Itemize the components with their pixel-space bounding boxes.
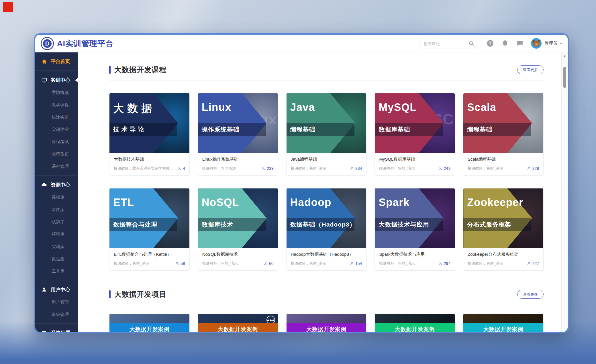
project-banner-label: 大数据开发案例 — [218, 326, 258, 332]
sidebar-item[interactable]: 实训中心 — [35, 73, 78, 86]
course-card[interactable]: ETL 数据整合与处理 ETL数据整合与处理（Kettle） 授课教师：售前_演… — [109, 188, 190, 271]
courses-view-more-button[interactable]: 查看更多 — [517, 65, 544, 74]
teacher-name: 售前_演示 — [309, 261, 326, 265]
teacher-name: 售前_演示 — [221, 261, 238, 265]
course-teacher: 授课教师：北京市对外贸易学校教... — [114, 166, 175, 171]
course-card-info: Java编程基础 授课教师：售前_演示 23 — [287, 153, 366, 175]
thumbnail-title: ETL — [113, 196, 134, 208]
sidebar-item[interactable] — [35, 280, 78, 280]
thumbnail-title: Scala — [467, 101, 496, 113]
course-meta: 授课教师：售前_演示 60 — [202, 261, 274, 266]
sidebar-item[interactable]: 视频库 — [35, 191, 78, 204]
count-number: 228 — [532, 166, 539, 171]
thumbnail-subtitle: 数据基础（Hadoop3） — [290, 221, 356, 229]
title-accent-bar — [109, 66, 111, 74]
person-icon — [438, 261, 442, 265]
sidebar-item[interactable]: 用户中心 — [35, 283, 78, 296]
sidebar-item[interactable] — [35, 70, 78, 71]
sidebar-item[interactable]: 班级管理 — [35, 308, 78, 321]
help-icon[interactable]: ? — [487, 40, 494, 47]
sidebar-item-label: 数据集 — [52, 256, 64, 262]
course-meta: 授课教师：售前_演示 234 — [291, 166, 362, 171]
thumbnail-title: MySQL — [379, 101, 416, 113]
thumbnail-title: Hadoop — [290, 196, 332, 208]
messages-icon[interactable] — [516, 40, 524, 47]
sidebar-item[interactable]: 资源中心 — [35, 178, 78, 191]
teacher-name: 北京市对外贸易学校教... — [132, 166, 173, 170]
course-name: NoSQL数据库技术 — [202, 252, 274, 257]
course-thumbnail: 大 数 据 技 术 导 论 — [109, 93, 189, 153]
search-icon[interactable] — [469, 41, 474, 46]
course-card[interactable]: Scala 编程基础 Scala编程基础 授课教师：售前_演示 — [463, 93, 544, 176]
course-name: ETL数据整合与处理（Kettle） — [114, 252, 185, 257]
course-card[interactable]: 大 数 据 技 术 导 论 大数据技术基础 授课教师：北京市对外贸易学校教... — [109, 93, 190, 176]
sidebar-item[interactable] — [35, 175, 78, 176]
course-card[interactable]: inux Linux 操作系统基础 Linux操作系统基础 — [198, 93, 278, 176]
svg-text:?: ? — [489, 41, 492, 46]
teacher-label: 授课教师： — [379, 166, 398, 170]
project-card[interactable]: 大数据开发案例 — [375, 314, 455, 332]
project-card[interactable]: 大数据开发案例 — [286, 314, 367, 332]
course-card[interactable]: Zookeeper 分布式服务框架 Zookeeper分布式服务框架 授课教师：… — [463, 188, 544, 271]
teacher-name: 售前_演示 — [486, 166, 503, 170]
sidebar-nav: 平台首页 — [35, 52, 78, 332]
teacher-label: 授课教师： — [291, 261, 309, 265]
vertical-scrollbar[interactable]: ▲ — [561, 52, 568, 332]
project-thumbnail: 大数据开发案例 — [109, 314, 189, 332]
section-divider — [109, 305, 544, 305]
sidebar-item[interactable]: 学情概览 — [35, 86, 78, 99]
sidebar-item[interactable]: 课件库 — [35, 204, 78, 216]
project-card-grid: 大数据开发案例 ●●● 大数据开发案例 — [109, 314, 544, 332]
projects-view-more-button[interactable]: 查看更多 — [517, 290, 544, 299]
notifications-bell-icon[interactable] — [501, 40, 509, 47]
enrollment-count: 294 — [438, 261, 450, 266]
course-card[interactable]: MySC MySQL 数据库基础 MySQL数据库基础 — [375, 93, 455, 176]
course-card[interactable]: Hadoop 数据基础（Hadoop3） Hadoop大数据基础（Hadoop3… — [286, 188, 367, 271]
count-number: 239 — [267, 166, 273, 171]
sidebar-item[interactable]: 课程考试 — [35, 136, 78, 148]
app-header: D AI实训管理平台 ? — [35, 35, 568, 52]
course-card[interactable]: Spark 大数据技术与应用 Spark大数据技术与应用 授课教师：售前_演示 — [375, 188, 455, 271]
sidebar-item[interactable]: 用户管理 — [35, 296, 78, 308]
project-card[interactable]: 大数据开发案例 — [109, 314, 190, 332]
thumbnail-subtitle-band: 数据基础（Hadoop3） — [287, 218, 354, 231]
sidebar-item[interactable]: 实训作业 — [35, 123, 78, 136]
user-menu[interactable]: 管理员 — [531, 38, 562, 49]
project-card[interactable]: 大数据开发案例 — [463, 314, 544, 332]
scrollbar-thumb[interactable] — [563, 67, 566, 88]
course-card-info: Hadoop大数据基础（Hadoop3） 授课教师：售前_演示 — [287, 248, 366, 270]
sidebar-item[interactable]: 系统设置 — [35, 326, 78, 332]
sidebar-item[interactable]: 工具库 — [35, 265, 78, 278]
course-card[interactable]: NoSQL 数据库技术 NoSQL数据库技术 授课教师：售前_演示 — [198, 188, 278, 271]
sidebar-item[interactable]: 数据集 — [35, 253, 78, 265]
course-meta: 授课教师：售前_演示 243 — [379, 166, 450, 171]
thumbnail-subtitle: 分布式服务框架 — [467, 221, 511, 229]
course-name: 大数据技术基础 — [114, 157, 185, 162]
course-card-info: NoSQL数据库技术 授课教师：售前_演示 — [198, 248, 278, 270]
teacher-label: 授课教师： — [202, 166, 221, 170]
sidebar-item[interactable]: 试题库 — [35, 216, 78, 228]
person-icon — [350, 261, 354, 265]
sidebar-item[interactable]: 实训库 — [35, 241, 78, 253]
sidebar-item[interactable]: 教学课程 — [35, 99, 78, 111]
sidebar-item-label: 资源中心 — [51, 182, 70, 188]
app-logo[interactable]: D — [42, 38, 53, 49]
teacher-name: 售前_演示 — [132, 261, 149, 265]
thumbnail-subtitle-band: 编程基础 — [287, 123, 354, 136]
count-number: 294 — [444, 261, 450, 266]
scroll-up-arrow-icon[interactable]: ▲ — [562, 54, 568, 57]
person-icon — [264, 261, 268, 265]
project-card[interactable]: ●●● 大数据开发案例 — [198, 314, 278, 332]
sidebar-item[interactable]: 快速实训 — [35, 111, 78, 123]
thumbnail-title: NoSQL — [202, 196, 239, 208]
courses-section-title: 大数据开发课程 — [114, 65, 517, 74]
sidebar-item[interactable]: 环境库 — [35, 228, 78, 241]
section-divider — [109, 80, 544, 80]
sidebar-item[interactable]: 平台首页 — [35, 55, 78, 68]
sidebar-item[interactable]: 课程管理 — [35, 160, 78, 173]
sidebar-item[interactable] — [35, 323, 78, 324]
teacher-label: 授课教师： — [291, 166, 309, 170]
course-card[interactable]: Java 编程基础 Java编程基础 授课教师：售前_演示 — [286, 93, 367, 176]
sidebar-collapse-arrow[interactable] — [75, 78, 78, 83]
sidebar-item[interactable]: 课程备份 — [35, 148, 78, 160]
